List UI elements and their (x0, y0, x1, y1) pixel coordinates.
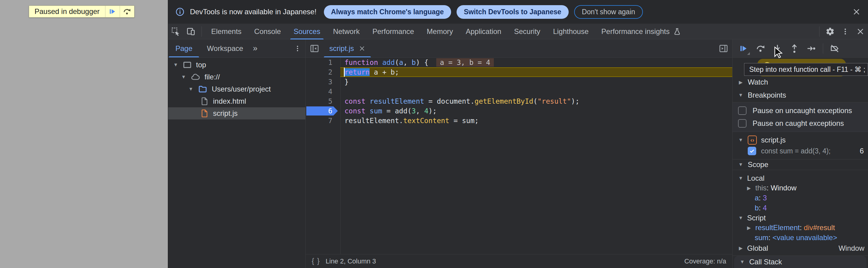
toolbar-divider (819, 26, 819, 37)
scope-local[interactable]: ▼ Local (733, 173, 868, 183)
kebab-menu-icon (841, 28, 849, 35)
tab-workspace[interactable]: Workspace (200, 39, 251, 57)
step-over-button[interactable] (752, 40, 769, 57)
tab-sources[interactable]: Sources (287, 24, 327, 39)
chevron-down-icon[interactable]: ▼ (740, 259, 745, 265)
tab-network[interactable]: Network (327, 24, 366, 39)
code-line-7[interactable]: 7 resultElement.textContent = sum; (306, 116, 732, 125)
chevron-right-icon[interactable]: ▶ (738, 245, 743, 251)
file-js-icon (200, 109, 209, 118)
line-number[interactable]: 5 (306, 97, 340, 105)
infobar-close-button[interactable] (852, 7, 861, 16)
tab-performance[interactable]: Performance (366, 24, 420, 39)
inspect-element-button[interactable] (168, 24, 183, 39)
deactivate-breakpoints-icon (830, 44, 839, 53)
checkbox-unchecked[interactable] (738, 119, 746, 128)
checkbox-unchecked[interactable] (738, 107, 746, 115)
deactivate-breakpoints-button[interactable] (826, 40, 843, 57)
line-number[interactable]: 4 (306, 88, 340, 95)
divider (733, 131, 868, 132)
dont-show-again-button[interactable]: Don't show again (574, 5, 643, 19)
divider (733, 170, 868, 170)
pause-on-uncaught-exceptions[interactable]: Pause on uncaught exceptions (733, 104, 868, 117)
resume-button[interactable] (735, 40, 752, 57)
scope-var-this[interactable]: ▶ this: Window (733, 183, 868, 193)
section-breakpoints[interactable]: ▼ Breakpoints (733, 90, 868, 101)
scope-var-a[interactable]: a: 3 (733, 193, 868, 203)
scope-script[interactable]: ▼ Script (733, 213, 868, 223)
code-line-3[interactable]: 3 } (306, 77, 732, 87)
breakpoint-entry[interactable]: const sum = add(3, 4); 6 (733, 146, 868, 157)
code-editor[interactable]: 1 function add(a, b) {a = 3, b = 4 2 ret… (306, 58, 732, 254)
tree-item-file-origin[interactable]: ▼ file:// (168, 71, 305, 83)
device-toolbar-button[interactable] (183, 24, 198, 39)
hide-debugger-sidebar-button[interactable] (715, 39, 732, 57)
code-line-5[interactable]: 5 const resultElement = document.getElem… (306, 96, 732, 106)
switch-devtools-japanese-button[interactable]: Switch DevTools to Japanese (457, 5, 569, 19)
code-line-2-paused[interactable]: 2 return a + b; (306, 67, 732, 77)
navigator-menu-button[interactable] (294, 45, 305, 52)
editor-tab-script-js[interactable]: script.js (323, 39, 371, 57)
device-toolbar-icon (186, 27, 195, 36)
close-icon[interactable] (359, 45, 365, 52)
scope-var-result-element[interactable]: ▶ resultElement: div#result (733, 223, 868, 233)
more-options-button[interactable] (838, 24, 853, 39)
chevron-down-icon[interactable]: ▼ (173, 62, 179, 68)
tab-application[interactable]: Application (459, 24, 507, 39)
devtools-close-button[interactable] (853, 24, 868, 39)
toolbar-divider (202, 26, 202, 37)
chevron-down-icon[interactable]: ▼ (738, 215, 743, 221)
section-call-stack[interactable]: ▼ Call Stack (734, 256, 867, 268)
tab-elements[interactable]: Elements (205, 24, 248, 39)
step-out-button[interactable] (786, 40, 803, 57)
settings-button[interactable] (823, 24, 838, 39)
section-scope[interactable]: ▼ Scope (733, 159, 868, 170)
tab-page[interactable]: Page (168, 39, 200, 57)
devtools-window: DevTools is now available in Japanese! A… (168, 0, 868, 268)
tab-security[interactable]: Security (508, 24, 547, 39)
editor-tab-strip: script.js (306, 39, 732, 58)
tab-lighthouse[interactable]: Lighthouse (547, 24, 595, 39)
chevron-down-icon[interactable]: ▼ (738, 162, 743, 167)
chevron-right-icon[interactable]: ▶ (746, 185, 752, 191)
line-number[interactable]: 7 (306, 117, 340, 125)
breakpoint-group-script-js[interactable]: ▼ ‹› script.js (733, 134, 868, 146)
scope-var-b[interactable]: b: 4 (733, 203, 868, 213)
scope-var-sum[interactable]: sum: <value unavailable> (733, 233, 868, 243)
line-number[interactable]: 6 (306, 107, 340, 115)
step-button[interactable] (803, 40, 820, 57)
breakpoint-line-number: 6 (860, 147, 864, 155)
line-number[interactable]: 2 (306, 68, 340, 76)
tab-performance-insights[interactable]: Performance insights (595, 24, 687, 39)
section-watch[interactable]: ▶ Watch (733, 77, 868, 88)
pause-on-caught-exceptions[interactable]: Pause on caught exceptions (733, 117, 868, 130)
checkbox-checked[interactable] (748, 147, 756, 155)
tab-memory[interactable]: Memory (421, 24, 460, 39)
pretty-print-icon[interactable]: { } (312, 257, 320, 265)
chevron-down-icon[interactable]: ▼ (738, 137, 743, 143)
tree-item-index-html[interactable]: index.html (168, 95, 305, 107)
chevron-down-icon[interactable]: ▼ (188, 86, 194, 92)
tree-item-top[interactable]: ▼ top (168, 59, 305, 71)
chevron-down-icon[interactable]: ▼ (738, 176, 743, 181)
more-tabs-icon[interactable]: » (251, 44, 260, 53)
code-line-1[interactable]: 1 function add(a, b) {a = 3, b = 4 (306, 58, 732, 67)
always-match-language-button[interactable]: Always match Chrome's language (324, 5, 451, 19)
tree-item-project-folder[interactable]: ▼ Users/user/project (168, 83, 305, 95)
line-number[interactable]: 1 (306, 59, 340, 66)
mouse-cursor (772, 46, 784, 58)
tree-item-script-js[interactable]: script.js (168, 107, 305, 119)
overlay-resume-button[interactable] (105, 6, 120, 17)
code-line-6[interactable]: 6 const sum = add(3, 4); (306, 106, 732, 116)
debugger-sections: ▶ Watch ▼ Breakpoints Pause on uncaught … (733, 58, 868, 268)
chevron-right-icon[interactable]: ▶ (738, 80, 743, 85)
line-number[interactable]: 3 (306, 78, 340, 86)
code-line-4[interactable]: 4 (306, 87, 732, 96)
tab-console[interactable]: Console (248, 24, 287, 39)
chevron-down-icon[interactable]: ▼ (738, 92, 743, 98)
chevron-right-icon[interactable]: ▶ (746, 225, 752, 231)
chevron-down-icon[interactable]: ▼ (181, 74, 186, 80)
scope-global[interactable]: ▶ Global Window (733, 242, 868, 254)
hide-navigator-button[interactable] (306, 39, 323, 57)
overlay-step-over-button[interactable] (120, 6, 134, 17)
